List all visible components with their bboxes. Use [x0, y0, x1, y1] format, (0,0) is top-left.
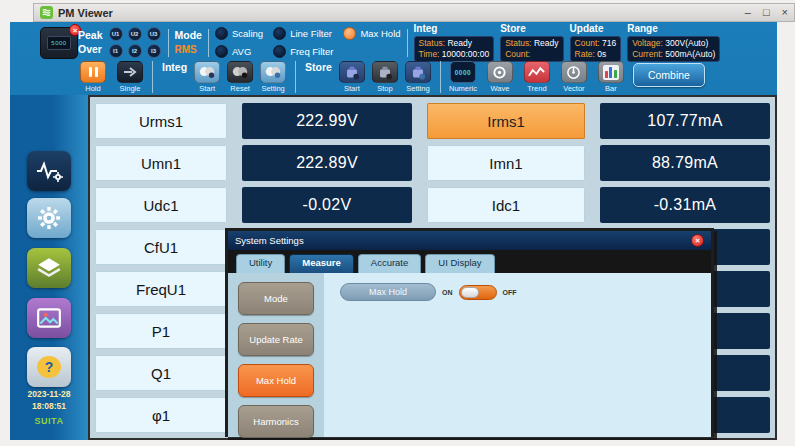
indicator: Scaling	[215, 25, 263, 43]
image-icon	[36, 306, 62, 330]
integ-setting-button[interactable]: Setting	[258, 61, 288, 93]
indicator-label: Max Hold	[360, 28, 400, 39]
param-label[interactable]: Urms1	[95, 103, 227, 139]
layers-icon	[36, 256, 62, 280]
maximize-button[interactable]: □	[763, 7, 770, 18]
param-label[interactable]: Idc1	[427, 187, 585, 223]
divider	[295, 61, 296, 93]
store-start-icon	[339, 61, 365, 83]
dialog-nav-button[interactable]: Max Hold	[238, 364, 314, 397]
param-value: 222.89V	[242, 145, 412, 181]
dialog-nav: ModeUpdate RateMax HoldHarmonics	[228, 273, 324, 437]
view-bar-button[interactable]: Bar	[596, 61, 626, 93]
sidebar-item-help[interactable]: ?	[27, 347, 71, 387]
single-button[interactable]: Single	[115, 61, 145, 93]
indicator-dot-icon	[273, 27, 286, 40]
screen: PM Viewer – □ × 5000 × Peak Over U1U2U3I…	[0, 0, 795, 446]
dialog-nav-button[interactable]: Harmonics	[238, 405, 314, 438]
status-group: Integ Status: Ready Time: 10000:00:00	[414, 23, 495, 61]
store-setting-icon	[405, 61, 431, 83]
max-hold-toggle[interactable]	[459, 285, 497, 300]
status-value: 0s	[597, 49, 606, 59]
close-button[interactable]: ×	[782, 7, 788, 18]
view-vector-button[interactable]: Vector	[559, 61, 589, 93]
integ-reset-button[interactable]: Reset	[225, 61, 255, 93]
wave-icon	[487, 61, 513, 83]
indicator: AVG	[215, 43, 263, 61]
combine-button[interactable]: Combine	[633, 63, 705, 87]
param-label[interactable]: φ1	[95, 397, 227, 433]
dialog-close-button[interactable]: ×	[691, 234, 704, 247]
indicator-label: Line Filter	[290, 28, 332, 39]
param-value: 107.77mA	[600, 103, 770, 139]
view-wave-button[interactable]: Wave	[485, 61, 515, 93]
status-value: 500mA(Auto)	[665, 49, 715, 59]
status-key: Rate:	[575, 49, 595, 59]
device-screen: 5000	[47, 36, 71, 50]
param-label[interactable]: Imn1	[427, 145, 585, 181]
param-label[interactable]: Udc1	[95, 187, 227, 223]
view-trend-button[interactable]: Trend	[522, 61, 552, 93]
dialog-tab[interactable]: UI Display	[425, 254, 494, 273]
status-value: 716	[602, 38, 616, 48]
integ-setting-icon	[260, 61, 286, 83]
param-label[interactable]: FreqU1	[95, 271, 227, 307]
status-key: Count:	[505, 49, 530, 59]
device-status-icon[interactable]: 5000 ×	[40, 27, 78, 59]
param-label[interactable]: CfU1	[95, 229, 227, 265]
status-box: Voltage: 300V(Auto) Current: 500mA(Auto)	[627, 36, 720, 61]
status-box: Count: 716 Rate: 0s	[570, 36, 622, 61]
indicator-dot-icon	[273, 45, 286, 58]
view-numeric-button[interactable]: 0000 Numeric	[448, 61, 478, 93]
peak-badge: I2	[128, 44, 142, 58]
on-label: ON	[442, 289, 453, 296]
store-start-button[interactable]: Start	[337, 61, 367, 93]
max-hold-setting-row: Max Hold ON OFF	[340, 283, 711, 301]
status-group-title: Integ	[414, 23, 495, 35]
peak-badge: I1	[109, 44, 123, 58]
status-group-title: Range	[627, 23, 720, 35]
dialog-tab[interactable]: Utility	[236, 254, 285, 273]
sidebar-item-screenshot[interactable]	[27, 298, 71, 338]
dialog-body: ModeUpdate RateMax HoldHarmonics Max Hol…	[228, 273, 711, 437]
status-key: Voltage:	[632, 38, 663, 48]
status-group-title: Update	[570, 23, 622, 35]
status-value: 300V(Auto)	[665, 38, 708, 48]
status-group-title: Store	[500, 23, 563, 35]
sidebar-item-measure-setup[interactable]	[27, 151, 71, 191]
dialog-nav-button[interactable]: Mode	[238, 282, 314, 315]
hold-button[interactable]: Hold	[78, 61, 108, 93]
param-label[interactable]: Umn1	[95, 145, 227, 181]
indicator-label: Scaling	[232, 28, 263, 39]
brand-logo: SUITA	[10, 415, 88, 428]
time-text: 18:08:51	[10, 401, 88, 413]
param-label[interactable]: Irms1	[427, 103, 585, 139]
indicator: Max Hold	[343, 25, 400, 43]
param-label[interactable]: Q1	[95, 355, 227, 391]
status-row: Peak Over U1U2U3I1I2I3 Mode RMS	[78, 22, 777, 60]
status-value: 10000:00:00	[442, 49, 489, 59]
dialog-tab[interactable]: Accurate	[358, 254, 422, 273]
dialog-titlebar: System Settings ×	[228, 231, 711, 250]
sidebar-item-pages[interactable]	[27, 248, 71, 288]
dialog-tab[interactable]: Measure	[289, 254, 354, 273]
mode-label: Mode	[175, 29, 202, 43]
clock: 2023-11-28 18:08:51 SUITA	[10, 389, 88, 427]
store-stop-button[interactable]: Stop	[370, 61, 400, 93]
date-text: 2023-11-28	[10, 389, 88, 401]
sidebar-item-settings[interactable]	[27, 198, 71, 238]
minimize-button[interactable]: –	[745, 7, 751, 18]
param-label[interactable]: P1	[95, 313, 227, 349]
peak-badge: U3	[147, 27, 161, 41]
divider	[208, 29, 209, 57]
integ-start-button[interactable]: Start	[192, 61, 222, 93]
status-group: Store Status: Ready Count:	[500, 23, 563, 61]
status-group: Range Voltage: 300V(Auto) Current: 500mA…	[627, 23, 720, 61]
indicator-group: Scaling AVG Line Filter	[215, 25, 401, 61]
status-key: Status:	[505, 38, 531, 48]
waveform-gear-icon	[35, 159, 63, 183]
pause-icon	[80, 61, 106, 83]
store-setting-button[interactable]: Setting	[403, 61, 433, 93]
integ-start-icon	[194, 61, 220, 83]
dialog-nav-button[interactable]: Update Rate	[238, 323, 314, 356]
